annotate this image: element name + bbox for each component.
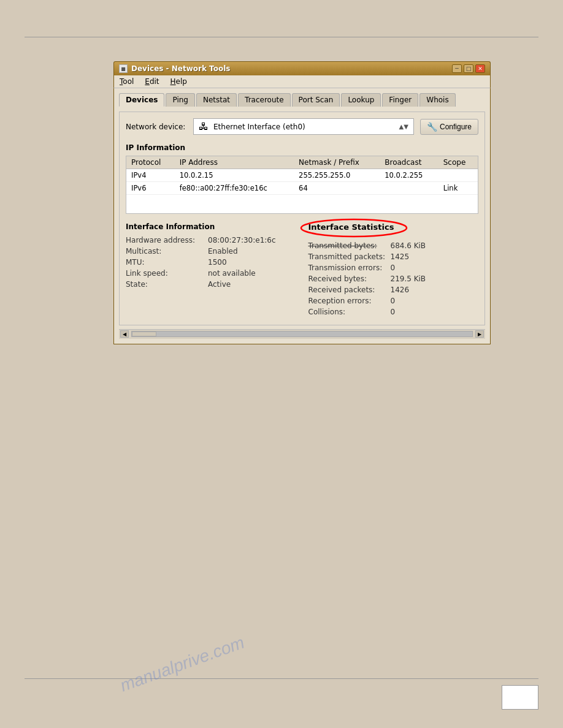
- scroll-thumb[interactable]: [132, 332, 156, 336]
- label-rx-bytes: Received bytes:: [308, 275, 388, 283]
- cell-protocol: IPv4: [126, 169, 175, 182]
- info-row-tx-bytes: Transmitted bytes: 684.6 KiB: [308, 241, 479, 250]
- info-row-tx-errors: Transmission errors: 0: [308, 264, 479, 272]
- col-scope: Scope: [439, 156, 478, 169]
- title-bar-buttons: ─ □ ✕: [452, 64, 485, 73]
- value-hardware: 08:00:27:30:e1:6c: [208, 236, 276, 245]
- info-row-hardware: Hardware address: 08:00:27:30:e1:6c: [126, 236, 296, 245]
- page-background: manualprive.com ■ Devices - Network Tool…: [0, 0, 563, 728]
- tab-devices[interactable]: Devices: [119, 93, 164, 107]
- configure-icon: 🔧: [427, 122, 437, 132]
- configure-button[interactable]: 🔧 Configure: [420, 119, 478, 135]
- label-mtu: MTU:: [126, 258, 205, 267]
- interface-stats-title: Interface Statistics: [308, 222, 394, 232]
- value-rx-packets: 1426: [391, 286, 410, 294]
- tab-ping[interactable]: Ping: [166, 93, 195, 107]
- maximize-button[interactable]: □: [464, 64, 473, 73]
- col-ip-address: IP Address: [175, 156, 294, 169]
- network-device-select[interactable]: 🖧 Ethernet Interface (eth0) ▲▼: [193, 118, 414, 135]
- menu-help[interactable]: Help: [169, 77, 189, 86]
- info-row-collisions: Collisions: 0: [308, 308, 479, 316]
- watermark: manualprive.com: [118, 594, 355, 696]
- value-tx-bytes: 684.6 KiB: [391, 241, 426, 250]
- network-device-value: Ethernet Interface (eth0): [213, 123, 305, 131]
- info-row-state: State: Active: [126, 280, 296, 289]
- table-row-empty: [126, 195, 478, 213]
- info-row-rx-bytes: Received bytes: 219.5 KiB: [308, 275, 479, 283]
- cell-netmask: 255.255.255.0: [294, 169, 380, 182]
- label-state: State:: [126, 280, 205, 289]
- window-body: Devices Ping Netstat Traceroute Port Sca…: [113, 88, 491, 344]
- page-number-box: [502, 685, 538, 710]
- minimize-button[interactable]: ─: [452, 64, 462, 73]
- label-tx-errors: Transmission errors:: [308, 264, 388, 272]
- value-collisions: 0: [391, 308, 396, 316]
- value-mtu: 1500: [208, 258, 227, 267]
- tab-content: Network device: 🖧 Ethernet Interface (et…: [119, 112, 485, 325]
- table-row: IPv4 10.0.2.15 255.255.255.0 10.0.2.255: [126, 169, 478, 182]
- col-protocol: Protocol: [126, 156, 175, 169]
- ip-table: Protocol IP Address Netmask / Prefix Bro…: [126, 156, 478, 213]
- tab-finger[interactable]: Finger: [382, 93, 418, 107]
- interface-statistics-panel: Interface Statistics Transmitted bytes: …: [308, 222, 479, 319]
- info-columns: Interface Information Hardware address: …: [126, 222, 478, 319]
- network-device-label: Network device:: [126, 123, 187, 131]
- bottom-rule: [25, 678, 538, 679]
- scrollbar-area: ◀ ▶: [119, 329, 485, 339]
- value-tx-errors: 0: [391, 264, 396, 272]
- label-collisions: Collisions:: [308, 308, 388, 316]
- label-tx-bytes: Transmitted bytes:: [308, 241, 388, 250]
- ip-table-wrapper: Protocol IP Address Netmask / Prefix Bro…: [126, 156, 478, 214]
- cell-broadcast: 10.0.2.255: [380, 169, 439, 182]
- col-netmask: Netmask / Prefix: [294, 156, 380, 169]
- tab-whois[interactable]: Whois: [419, 93, 455, 107]
- label-rx-errors: Reception errors:: [308, 297, 388, 305]
- interface-information-panel: Interface Information Hardware address: …: [126, 222, 296, 319]
- application-window: ■ Devices - Network Tools ─ □ ✕ Tool Edi…: [113, 61, 491, 344]
- window-icon: ■: [119, 64, 128, 73]
- configure-label: Configure: [440, 123, 472, 131]
- tabs-row: Devices Ping Netstat Traceroute Port Sca…: [119, 93, 485, 107]
- value-state: Active: [208, 280, 231, 289]
- tab-traceroute[interactable]: Traceroute: [238, 93, 291, 107]
- cell-ip: fe80::a00:27ff:fe30:e16c: [175, 182, 294, 195]
- ip-table-header-row: Protocol IP Address Netmask / Prefix Bro…: [126, 156, 478, 169]
- interface-info-title: Interface Information: [126, 222, 296, 231]
- cell-scope: [439, 169, 478, 182]
- tab-lookup[interactable]: Lookup: [341, 93, 381, 107]
- menu-edit[interactable]: Edit: [143, 77, 161, 86]
- value-rx-bytes: 219.5 KiB: [391, 275, 426, 283]
- value-multicast: Enabled: [208, 247, 238, 256]
- label-linkspeed: Link speed:: [126, 269, 205, 278]
- select-arrow-icon: ▲▼: [399, 123, 408, 130]
- title-bar-left: ■ Devices - Network Tools: [119, 64, 230, 73]
- network-device-row: Network device: 🖧 Ethernet Interface (et…: [126, 118, 478, 135]
- label-rx-packets: Received packets:: [308, 286, 388, 294]
- label-tx-packets: Transmitted packets:: [308, 252, 388, 261]
- cell-broadcast: [380, 182, 439, 195]
- label-multicast: Multicast:: [126, 247, 205, 256]
- value-tx-packets: 1425: [391, 252, 410, 261]
- top-rule: [25, 37, 538, 37]
- ip-information-title: IP Information: [126, 143, 478, 152]
- menu-tool[interactable]: Tool: [118, 77, 136, 86]
- cell-ip: 10.0.2.15: [175, 169, 294, 182]
- value-linkspeed: not available: [208, 269, 256, 278]
- tab-portscan[interactable]: Port Scan: [292, 93, 340, 107]
- info-row-linkspeed: Link speed: not available: [126, 269, 296, 278]
- window-title: Devices - Network Tools: [131, 64, 230, 73]
- tab-netstat[interactable]: Netstat: [196, 93, 237, 107]
- scroll-right-button[interactable]: ▶: [475, 330, 484, 338]
- scroll-left-button[interactable]: ◀: [120, 330, 129, 338]
- col-broadcast: Broadcast: [380, 156, 439, 169]
- scroll-track[interactable]: [131, 331, 473, 337]
- eth-icon: 🖧: [199, 121, 209, 132]
- table-row: IPv6 fe80::a00:27ff:fe30:e16c 64 Link: [126, 182, 478, 195]
- menu-bar: Tool Edit Help: [113, 75, 491, 88]
- info-row-multicast: Multicast: Enabled: [126, 247, 296, 256]
- cell-scope: Link: [439, 182, 478, 195]
- info-row-rx-packets: Received packets: 1426: [308, 286, 479, 294]
- cell-protocol: IPv6: [126, 182, 175, 195]
- label-hardware: Hardware address:: [126, 236, 205, 245]
- close-button[interactable]: ✕: [475, 64, 485, 73]
